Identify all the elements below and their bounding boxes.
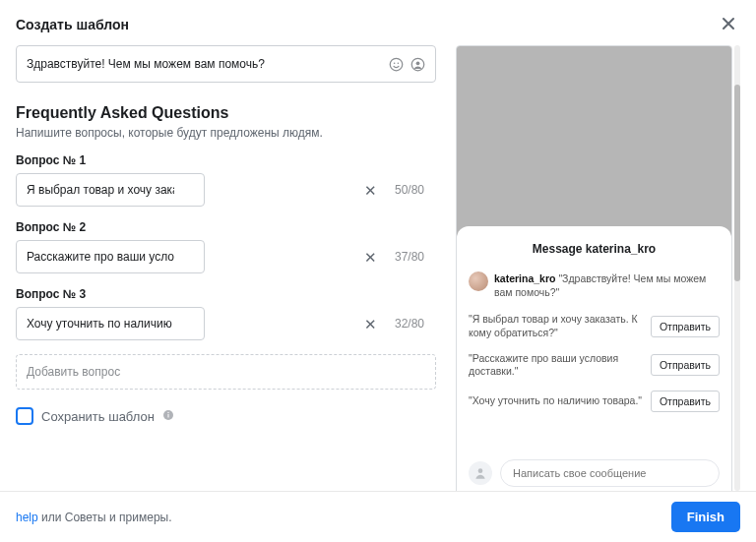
question-1-counter: 50/80 [395, 183, 436, 197]
preview-frame: Message katerina_kro katerina_kro "Здрав… [456, 45, 732, 491]
preview-greeting: katerina_kro "Здравствуйте! Чем мы можем… [467, 271, 722, 303]
question-2-counter: 37/80 [395, 250, 436, 264]
add-question-button[interactable]: Добавить вопрос [16, 354, 436, 390]
modal-body: Здравствуйте! Чем мы можем вам помочь? F… [0, 45, 756, 491]
preview-scrollbar[interactable] [734, 45, 740, 491]
help-link[interactable]: help [16, 511, 38, 524]
question-1-input[interactable] [16, 173, 205, 207]
modal-footer: help или Советы и примеры. Finish [0, 491, 756, 542]
footer-help: help или Советы и примеры. [16, 511, 172, 524]
save-template-row: Сохранить шаблон [16, 407, 436, 425]
greeting-input[interactable]: Здравствуйте! Чем мы можем вам помочь? [16, 45, 436, 83]
save-template-checkbox[interactable] [16, 407, 33, 425]
question-2-input[interactable] [16, 240, 205, 273]
question-2-row: ✕ 37/80 [16, 240, 436, 273]
avatar [469, 271, 488, 291]
preview-row-1-send-button[interactable]: Отправить [651, 316, 720, 337]
question-1-row: ✕ 50/80 [16, 173, 436, 207]
preview-image-placeholder [457, 46, 731, 238]
preview-title: Message katerina_kro [467, 238, 722, 264]
modal-header: Создать шаблон [0, 0, 756, 45]
save-template-label: Сохранить шаблон [41, 409, 155, 424]
svg-point-8 [478, 468, 483, 473]
preview-username: katerina_kro [586, 242, 656, 256]
right-column: Message katerina_kro katerina_kro "Здрав… [456, 45, 740, 491]
preview-title-prefix: Message [533, 242, 583, 256]
question-3-label: Вопрос № 3 [16, 287, 436, 301]
svg-point-2 [397, 62, 399, 64]
close-icon[interactable] [717, 12, 740, 37]
svg-point-4 [415, 61, 419, 65]
left-column: Здравствуйте! Чем мы можем вам помочь? F… [16, 45, 436, 491]
question-3-clear-icon[interactable]: ✕ [364, 317, 377, 331]
question-3-input[interactable] [16, 307, 205, 340]
preview-row-2: "Расскажите про ваши условия доставки." … [467, 350, 722, 381]
preview-sheet: Message katerina_kro katerina_kro "Здрав… [457, 226, 731, 491]
svg-rect-6 [167, 414, 168, 418]
modal-title: Создать шаблон [16, 17, 129, 32]
preview-row-3-text: "Хочу уточнить по наличию товара." [469, 394, 645, 408]
preview-message-input[interactable] [500, 459, 720, 487]
question-1-label: Вопрос № 1 [16, 153, 436, 167]
finish-button[interactable]: Finish [671, 502, 740, 532]
preview-greeting-user: katerina_kro [494, 272, 555, 284]
preview-row-1: "Я выбрал товар и хочу заказать. К кому … [467, 311, 722, 341]
greeting-icons [388, 56, 425, 72]
footer-help-rest: или Советы и примеры. [38, 511, 172, 524]
scrollbar-thumb[interactable] [734, 85, 740, 281]
question-3-counter: 32/80 [395, 317, 436, 331]
user-icon [469, 461, 492, 485]
person-icon[interactable] [410, 56, 425, 72]
question-2-label: Вопрос № 2 [16, 220, 436, 234]
question-1-clear-icon[interactable]: ✕ [364, 183, 377, 198]
svg-point-0 [390, 58, 403, 71]
preview-row-2-text: "Расскажите про ваши условия доставки." [469, 352, 645, 379]
preview-row-3: "Хочу уточнить по наличию товара." Отпра… [467, 389, 722, 414]
svg-point-7 [167, 411, 168, 412]
preview-row-2-send-button[interactable]: Отправить [651, 354, 720, 376]
preview-row-3-send-button[interactable]: Отправить [651, 391, 720, 412]
preview-row-1-text: "Я выбрал товар и хочу заказать. К кому … [469, 313, 645, 339]
info-icon[interactable] [162, 409, 174, 424]
question-2-clear-icon[interactable]: ✕ [364, 250, 377, 265]
svg-point-1 [393, 62, 395, 64]
greeting-text: Здравствуйте! Чем мы можем вам помочь? [27, 57, 388, 71]
faq-heading: Frequently Asked Questions [16, 104, 436, 122]
preview-input-row [467, 453, 722, 489]
faq-subheading: Напишите вопросы, которые будут предложе… [16, 126, 436, 140]
create-template-modal: Создать шаблон Здравствуйте! Чем мы може… [0, 0, 756, 542]
question-3-row: ✕ 32/80 [16, 307, 436, 340]
emoji-icon[interactable] [388, 56, 404, 72]
